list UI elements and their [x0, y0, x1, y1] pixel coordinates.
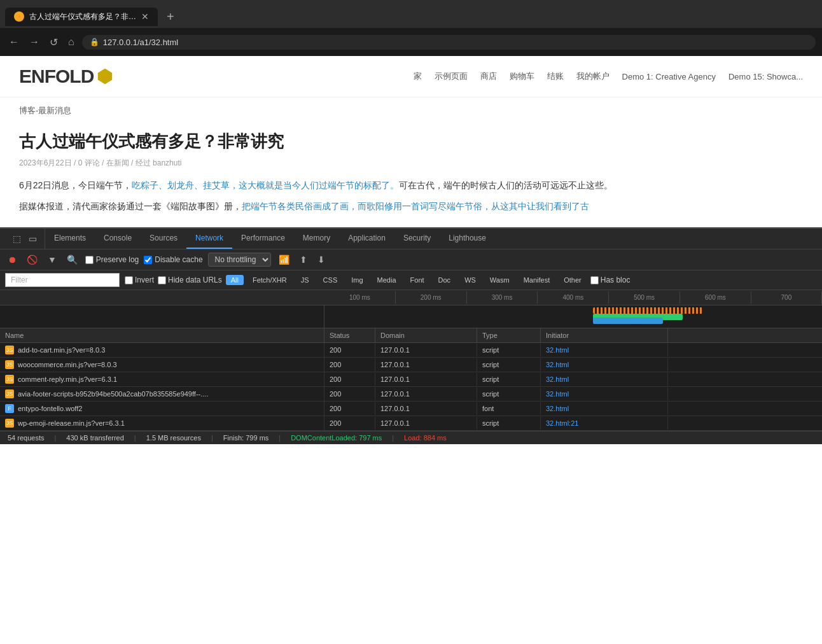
table-row[interactable]: F entypo-fontello.woff2 200 127.0.0.1 fo… — [0, 402, 822, 416]
td-status-3: 200 — [324, 388, 375, 400]
row-icon-1: JS — [5, 360, 14, 369]
has-blocked-checkbox[interactable] — [590, 276, 599, 284]
site-nav: 家 示例页面 商店 购物车 结账 我的帐户 Demo 1: Creative A… — [414, 71, 803, 82]
hide-data-urls-checkbox-label[interactable]: Hide data URLs — [158, 276, 222, 284]
td-status-1: 200 — [324, 358, 375, 371]
website-content: ENFOLD 家 示例页面 商店 购物车 结账 我的帐户 Demo 1: Cre… — [0, 56, 822, 227]
filter-type-img[interactable]: Img — [346, 275, 368, 285]
filter-input[interactable] — [5, 273, 120, 287]
filter-type-js[interactable]: JS — [296, 275, 314, 285]
table-row[interactable]: JS avia-footer-scripts-b952b94be500a2cab… — [0, 387, 822, 402]
preserve-log-checkbox-label[interactable]: Preserve log — [85, 255, 139, 264]
throttle-select[interactable]: No throttling — [208, 253, 271, 267]
table-row[interactable]: JS woocommerce.min.js?ver=8.0.3 200 127.… — [0, 358, 822, 372]
nav-shop[interactable]: 商店 — [480, 71, 497, 82]
table-row[interactable]: JS comment-reply.min.js?ver=6.3.1 200 12… — [0, 372, 822, 387]
tab-security[interactable]: Security — [394, 228, 440, 249]
new-tab-button[interactable]: + — [163, 10, 178, 24]
td-status-0: 200 — [324, 344, 375, 356]
filter-type-fetch[interactable]: Fetch/XHR — [247, 275, 292, 285]
col-header-domain: Domain — [375, 328, 477, 342]
td-initiator-1[interactable]: 32.html — [541, 358, 668, 371]
table-row[interactable]: JS wp-emoji-release.min.js?ver=6.3.1 200… — [0, 416, 822, 431]
tick-200ms: 200 ms — [396, 291, 467, 304]
logo-text: ENFOLD — [19, 66, 94, 87]
td-status-5: 200 — [324, 417, 375, 430]
tick-300ms: 300 ms — [467, 291, 538, 304]
filter-button[interactable]: ▼ — [45, 253, 59, 266]
filter-type-ws[interactable]: WS — [459, 275, 481, 285]
invert-checkbox[interactable] — [125, 276, 133, 284]
filter-type-css[interactable]: CSS — [318, 275, 343, 285]
tab-elements[interactable]: Elements — [45, 228, 95, 249]
td-initiator-0[interactable]: 32.html — [541, 344, 668, 356]
tab-close-button[interactable]: ✕ — [141, 11, 149, 22]
td-domain-1: 127.0.0.1 — [375, 358, 477, 371]
nav-examples[interactable]: 示例页面 — [435, 71, 468, 82]
has-blocked-checkbox-label[interactable]: Has bloc — [590, 276, 630, 284]
nav-account[interactable]: 我的帐户 — [576, 71, 610, 82]
article-highlight-2: 把端午节各类民俗画成了画，而歌阳修用一首词写尽端午节俗，从这其中让我们看到了古 — [242, 201, 589, 211]
timeline-bar-orange — [593, 307, 702, 314]
td-initiator-5[interactable]: 32.html:21 — [541, 417, 668, 430]
td-initiator-4[interactable]: 32.html — [541, 402, 668, 415]
invert-checkbox-label[interactable]: Invert — [125, 276, 154, 284]
tab-sources[interactable]: Sources — [141, 228, 186, 249]
preserve-log-checkbox[interactable] — [85, 256, 94, 264]
inspect-element-button[interactable]: ⬚ — [10, 232, 24, 245]
td-type-1: script — [477, 358, 541, 371]
clear-button[interactable]: 🚫 — [24, 253, 40, 266]
nav-home[interactable]: 家 — [414, 71, 422, 82]
tab-console[interactable]: Console — [95, 228, 141, 249]
lock-icon: 🔒 — [90, 38, 99, 46]
svg-marker-0 — [98, 69, 112, 84]
tab-application[interactable]: Application — [339, 228, 394, 249]
forward-button[interactable]: → — [27, 34, 42, 50]
search-button[interactable]: 🔍 — [64, 253, 80, 266]
url-bar[interactable]: 🔒 127.0.0.1/a1/32.html — [82, 35, 816, 50]
tab-network[interactable]: Network — [186, 228, 232, 249]
url-text: 127.0.0.1/a1/32.html — [103, 38, 179, 47]
td-initiator-2[interactable]: 32.html — [541, 373, 668, 386]
td-name-2: JS comment-reply.min.js?ver=6.3.1 — [0, 372, 324, 386]
tick-100ms: 100 ms — [324, 291, 396, 304]
timeline-header: 100 ms 200 ms 300 ms 400 ms 500 ms 600 m… — [0, 290, 822, 305]
hide-data-urls-checkbox[interactable] — [158, 276, 166, 284]
article-text-1: 6月22日消息，今日端午节， — [19, 180, 132, 190]
filter-type-doc[interactable]: Doc — [433, 275, 456, 285]
nav-demo15[interactable]: Demo 15: Showca... — [728, 72, 803, 81]
filter-type-all[interactable]: All — [226, 275, 244, 285]
home-button[interactable]: ⌂ — [66, 34, 77, 50]
disable-cache-checkbox-label[interactable]: Disable cache — [144, 255, 202, 264]
timeline-bars — [324, 305, 822, 328]
back-button[interactable]: ← — [6, 34, 22, 50]
tab-memory[interactable]: Memory — [294, 228, 339, 249]
device-toolbar-button[interactable]: ▭ — [26, 232, 39, 245]
tab-lighthouse[interactable]: Lighthouse — [440, 228, 495, 249]
record-button[interactable]: ⏺ — [5, 253, 19, 266]
tab-favicon: 🔸 — [14, 11, 24, 22]
reload-button[interactable]: ↺ — [47, 34, 60, 51]
tick-600ms: 600 ms — [680, 291, 751, 304]
timeline-bar-blue — [593, 318, 662, 324]
filter-type-media[interactable]: Media — [372, 275, 401, 285]
table-row[interactable]: JS add-to-cart.min.js?ver=8.0.3 200 127.… — [0, 343, 822, 358]
active-tab[interactable]: 🔸 古人过端午仪式感有多足？非常... ✕ — [5, 8, 158, 26]
tab-performance[interactable]: Performance — [232, 228, 294, 249]
nav-demo1[interactable]: Demo 1: Creative Agency — [622, 72, 716, 81]
row-file-name-5: wp-emoji-release.min.js?ver=6.3.1 — [18, 419, 125, 427]
import-har-button[interactable]: ⬇ — [315, 253, 328, 266]
disable-cache-checkbox[interactable] — [144, 256, 152, 264]
network-conditions-button[interactable]: 📶 — [276, 253, 292, 266]
nav-checkout[interactable]: 结账 — [547, 71, 564, 82]
td-initiator-3[interactable]: 32.html — [541, 388, 668, 400]
filter-type-font[interactable]: Font — [405, 275, 429, 285]
row-file-name-4: entypo-fontello.woff2 — [18, 405, 82, 412]
filter-type-manifest[interactable]: Manifest — [519, 275, 555, 285]
td-type-2: script — [477, 373, 541, 386]
export-har-button[interactable]: ⬆ — [297, 253, 310, 266]
filter-type-wasm[interactable]: Wasm — [485, 275, 515, 285]
nav-cart[interactable]: 购物车 — [510, 71, 534, 82]
filter-type-other[interactable]: Other — [559, 275, 587, 285]
filter-bar: Invert Hide data URLs All Fetch/XHR JS C… — [0, 270, 822, 290]
